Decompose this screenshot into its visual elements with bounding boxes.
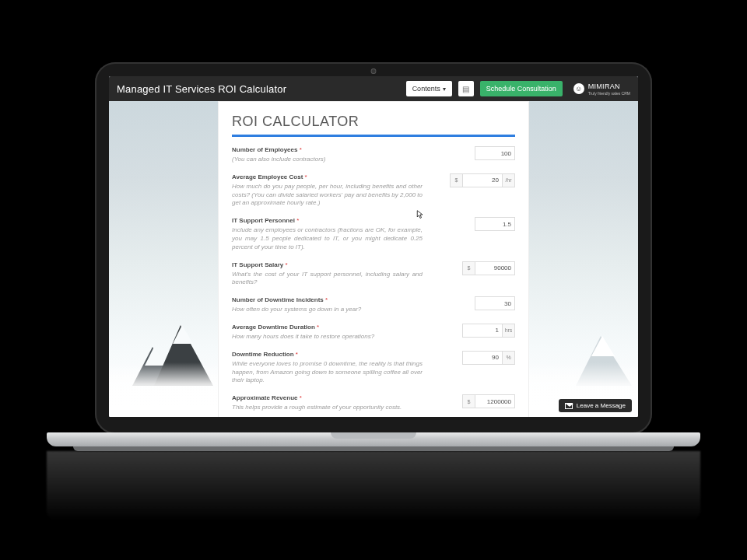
form-field: Average Downtime Duration *How many hour… [232,324,515,341]
field-control: $1200000 [462,394,515,408]
number-input[interactable]: 100 [475,146,515,160]
field-control: 1.5 [475,217,515,231]
form-field: Number of Employees *(You can also inclu… [232,146,515,164]
required-star: * [300,394,302,401]
field-label: Number of Downtime Incidents * [232,296,475,303]
page-title: Managed IT Services ROI Calculator [117,83,400,95]
laptop-frame: Managed IT Services ROI Calculator Conte… [95,62,652,434]
brand-tagline: Truly friendly sales CRM [588,91,630,96]
form-field: Number of Downtime Incidents *How often … [232,296,515,314]
field-control: 1hrs [462,324,515,338]
required-star: * [296,351,298,358]
field-control: $90000 [462,261,515,275]
field-control: 100 [475,146,515,160]
leave-message-label: Leave a Message [577,402,626,409]
input-prefix: $ [462,394,475,408]
leave-message-button[interactable]: Leave a Message [559,399,632,412]
number-input[interactable]: 90000 [475,261,515,275]
brand-name: MIMIRAN [588,82,630,90]
field-control: $20/hr [450,173,515,187]
field-label: Downtime Reduction * [232,351,462,358]
field-label: Average Downtime Duration * [232,324,462,331]
required-star: * [296,217,299,224]
form-field: Average Employee Cost *How much do you p… [232,173,515,208]
envelope-icon [565,403,573,409]
field-hint: How much do you pay people, per hour, in… [232,183,423,208]
panel-heading: ROI CALCULATOR [232,114,515,137]
field-hint: This helps provide a rough estimate of y… [232,404,423,412]
input-prefix: $ [450,173,462,187]
required-star: * [325,296,328,303]
number-input[interactable]: 1.5 [475,217,515,231]
laptop-base [47,432,700,446]
number-input[interactable]: 1 [462,324,503,338]
input-prefix: $ [462,261,475,275]
field-label: Average Employee Cost * [232,173,450,180]
schedule-consultation-button[interactable]: Schedule Consultation [480,81,563,96]
form-field: Downtime Reduction *While everyone loves… [232,351,515,385]
form-field: IT Support Personnel *Include any employ… [232,217,515,251]
input-suffix: hrs [503,324,515,338]
document-button[interactable]: ▤ [458,81,474,96]
field-hint: Include any employees or contractors (fr… [232,226,423,251]
schedule-label: Schedule Consultation [486,85,556,93]
form-field: Approximate Revenue *This helps provide … [232,394,515,412]
screen: Managed IT Services ROI Calculator Conte… [109,76,638,417]
number-input[interactable]: 1200000 [475,394,515,408]
brand-text-wrap: MIMIRAN Truly friendly sales CRM [588,82,630,96]
document-icon: ▤ [462,85,469,93]
camera-dot [371,68,377,74]
input-suffix: % [503,351,515,365]
field-label: Approximate Revenue * [232,394,462,401]
field-hint: How often do your systems go down in a y… [232,306,423,314]
brand[interactable]: ☺ MIMIRAN Truly friendly sales CRM [573,82,630,96]
required-star: * [300,146,302,153]
required-star: * [317,324,319,331]
chevron-down-icon: ▾ [443,86,446,93]
number-input[interactable]: 20 [462,173,503,187]
fields-list: Number of Employees *(You can also inclu… [232,146,515,417]
contents-dropdown[interactable]: Contents ▾ [406,81,452,96]
field-hint: While everyone loves to promise 0 downti… [232,360,423,385]
field-hint: (You can also include contractors) [232,156,423,164]
laptop-reflection [47,451,700,521]
required-star: * [285,261,287,268]
field-label: IT Support Personnel * [232,217,475,224]
roi-form-panel: ROI CALCULATOR Number of Employees *(You… [218,101,529,417]
field-label: IT Support Salary * [232,261,462,268]
field-label: Number of Employees * [232,146,475,153]
field-control: 90% [462,351,515,365]
number-input[interactable]: 90 [462,351,503,365]
input-suffix: /hr [503,173,515,187]
field-hint: What's the cost of your IT support perso… [232,271,423,288]
field-control: 30 [475,296,515,310]
top-bar: Managed IT Services ROI Calculator Conte… [109,76,638,101]
field-hint: How many hours does it take to restore o… [232,333,423,341]
contents-label: Contents [412,85,440,93]
required-star: * [305,173,307,180]
form-field: IT Support Salary *What's the cost of yo… [232,261,515,288]
brand-logo-icon: ☺ [573,83,584,94]
number-input[interactable]: 30 [475,296,515,310]
